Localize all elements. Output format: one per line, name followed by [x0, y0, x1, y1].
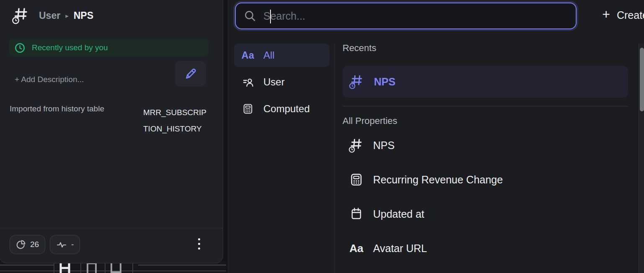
user-list-icon — [242, 76, 254, 88]
recently-used-label: Recently used by you — [32, 43, 108, 52]
sparkline-value: - — [71, 240, 74, 249]
value-count: 26 — [30, 240, 39, 249]
panel-footer: 26 - — [10, 235, 208, 254]
scrollbar-thumb[interactable] — [640, 48, 644, 111]
tab-user[interactable]: User — [234, 70, 330, 94]
breadcrumb-parent[interactable]: User — [39, 10, 60, 21]
text-type-icon: Aa — [349, 242, 364, 255]
divider — [335, 44, 335, 273]
filter-tabs: Aa All User — [234, 44, 330, 124]
tab-all[interactable]: Aa All — [234, 44, 330, 67]
table-column-icon — [110, 262, 122, 273]
pie-chart-icon — [16, 240, 26, 250]
search-icon — [243, 9, 257, 23]
imported-table-value: MRR_SUBSCRIPTION_HISTORY — [143, 104, 210, 137]
tab-user-label: User — [263, 76, 285, 88]
recents-header: Recents — [343, 43, 628, 55]
clock-icon — [15, 43, 25, 53]
create-button-label: Create — [617, 9, 644, 21]
breadcrumb-separator-icon: ▸ — [65, 11, 69, 20]
pulse-icon — [56, 240, 67, 249]
plus-icon: + — [602, 8, 610, 22]
property-item-recurring-revenue-change[interactable]: Recurring Revenue Change — [343, 162, 628, 197]
pencil-icon — [183, 66, 198, 81]
property-item-label: Updated at — [373, 208, 424, 220]
scrollbar-track[interactable] — [639, 44, 644, 273]
divider — [138, 265, 226, 265]
imported-from-label: Imported from history table — [10, 104, 104, 113]
property-item-updated-at[interactable]: Updated at — [343, 197, 628, 231]
results-list: Recents NPS All Properties — [343, 43, 628, 265]
table-column-icon — [59, 262, 71, 273]
tab-all-label: All — [263, 49, 275, 61]
divider — [0, 265, 54, 265]
calculator-icon — [242, 103, 254, 115]
property-details-panel: User ▸ NPS Recently used by you + Add De… — [0, 0, 223, 263]
text-caret — [270, 10, 271, 23]
recent-item-label: NPS — [374, 76, 395, 88]
recently-used-badge: Recently used by you — [9, 39, 209, 57]
value-count-pill[interactable]: 26 — [10, 235, 45, 254]
property-item-label: Recurring Revenue Change — [373, 174, 503, 186]
add-description-field[interactable]: + Add Description... — [15, 75, 84, 84]
breadcrumb: User ▸ NPS — [39, 10, 93, 21]
search-box[interactable] — [235, 3, 577, 29]
numeric-history-icon — [349, 137, 364, 153]
create-button[interactable]: + Create — [602, 8, 644, 22]
numeric-history-icon — [12, 6, 30, 25]
kebab-menu-icon[interactable] — [196, 237, 202, 251]
all-properties-header: All Properties — [343, 116, 628, 128]
edit-description-button[interactable] — [175, 61, 206, 87]
table-column-icon — [86, 262, 97, 273]
property-search-popover: + Create Aa All User — [228, 0, 644, 273]
calculator-icon — [349, 173, 364, 187]
divider — [0, 228, 223, 228]
recent-item-nps[interactable]: NPS — [343, 66, 628, 98]
property-item-avatar-url[interactable]: Aa Avatar URL — [343, 231, 628, 265]
sparkline-pill[interactable]: - — [50, 235, 80, 254]
breadcrumb-current: NPS — [74, 10, 93, 21]
text-type-icon: Aa — [242, 50, 254, 61]
property-item-label: Avatar URL — [373, 242, 427, 255]
search-input[interactable] — [257, 10, 576, 22]
tab-computed-label: Computed — [263, 103, 310, 115]
numeric-history-icon — [349, 74, 364, 90]
divider — [343, 106, 628, 106]
tab-computed[interactable]: Computed — [234, 97, 330, 121]
panel-header: User ▸ NPS — [12, 6, 93, 25]
calendar-icon — [349, 207, 364, 221]
property-item-nps[interactable]: NPS — [343, 128, 628, 162]
property-item-label: NPS — [373, 139, 394, 152]
